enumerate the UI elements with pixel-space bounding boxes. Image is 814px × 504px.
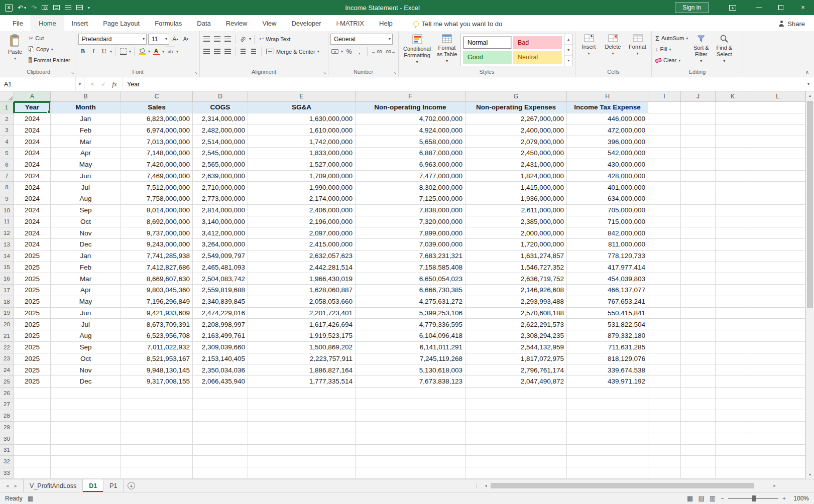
- cell-J21[interactable]: [681, 330, 716, 342]
- cell-C5[interactable]: 7,148,000,000: [121, 148, 193, 159]
- cell-J6[interactable]: [681, 159, 716, 171]
- cell-E31[interactable]: [248, 445, 356, 456]
- row-header-13[interactable]: 13: [0, 239, 14, 250]
- cell-B5[interactable]: Apr: [51, 148, 121, 159]
- cell-F12[interactable]: 7,899,000,000: [356, 227, 466, 239]
- cell-E16[interactable]: 1,966,430,019: [248, 273, 356, 285]
- cell-D7[interactable]: 2,639,000,000: [193, 171, 248, 182]
- cell-A9[interactable]: 2024: [14, 193, 51, 205]
- cell-G22[interactable]: 2,544,132,959: [466, 342, 567, 353]
- cell-K30[interactable]: [716, 433, 750, 445]
- cell-F21[interactable]: 6,104,096,418: [356, 330, 466, 342]
- cell-J7[interactable]: [681, 171, 716, 182]
- cell-J22[interactable]: [681, 342, 716, 353]
- cell-I12[interactable]: [648, 227, 681, 239]
- bottom-align-button[interactable]: [223, 34, 232, 44]
- cell-K28[interactable]: [716, 410, 750, 422]
- cell-G1[interactable]: Non-operating Expenses: [466, 102, 567, 113]
- cell-F17[interactable]: 6,666,730,385: [356, 285, 466, 296]
- cell-I9[interactable]: [648, 193, 681, 205]
- cell-H4[interactable]: 396,000,000: [567, 136, 648, 148]
- cell-B24[interactable]: Nov: [51, 364, 121, 376]
- cell-G16[interactable]: 2,636,719,752: [466, 273, 567, 285]
- cell-E27[interactable]: [248, 399, 356, 411]
- cell-I16[interactable]: [648, 273, 681, 285]
- cell-F27[interactable]: [356, 399, 466, 411]
- cell-F8[interactable]: 8,302,000,000: [356, 182, 466, 193]
- cell-B6[interactable]: May: [51, 159, 121, 171]
- cell-G9[interactable]: 1,936,000,000: [466, 193, 567, 205]
- cell-A4[interactable]: 2024: [14, 136, 51, 148]
- cell-E1[interactable]: SG&A: [248, 102, 356, 113]
- cell-G11[interactable]: 2,385,000,000: [466, 216, 567, 228]
- cell-K10[interactable]: [716, 205, 750, 216]
- cell-F2[interactable]: 4,702,000,000: [356, 113, 466, 125]
- cell-J25[interactable]: [681, 376, 716, 388]
- cell-H22[interactable]: 711,631,285: [567, 342, 648, 353]
- normal-view-icon[interactable]: ▦: [687, 494, 693, 502]
- increase-decimal-button[interactable]: ←.00: [371, 47, 383, 57]
- cell-F3[interactable]: 4,924,000,000: [356, 125, 466, 137]
- cell-E8[interactable]: 1,990,000,000: [248, 182, 356, 193]
- cell-L12[interactable]: [750, 227, 805, 239]
- cell-H3[interactable]: 472,000,000: [567, 125, 648, 137]
- cell-I30[interactable]: [648, 433, 681, 445]
- cell-H32[interactable]: [567, 456, 648, 467]
- cell-E21[interactable]: 1,919,523,175: [248, 330, 356, 342]
- cell-B18[interactable]: May: [51, 296, 121, 308]
- cell-C20[interactable]: 8,673,709,391: [121, 319, 193, 330]
- cell-L1[interactable]: [750, 102, 805, 113]
- cell-C33[interactable]: [121, 467, 193, 479]
- row-header-16[interactable]: 16: [0, 273, 14, 285]
- cell-L9[interactable]: [750, 193, 805, 205]
- cell-G27[interactable]: [466, 399, 567, 411]
- cell-J1[interactable]: [681, 102, 716, 113]
- cell-D23[interactable]: 2,153,140,405: [193, 353, 248, 365]
- ribbon-tab-help[interactable]: Help: [372, 16, 400, 31]
- cell-J3[interactable]: [681, 125, 716, 137]
- insert-function-icon[interactable]: fx: [109, 80, 120, 88]
- cell-I20[interactable]: [648, 319, 681, 330]
- vertical-scrollbar[interactable]: ▴ ▾: [805, 91, 814, 479]
- insert-cells-button[interactable]: Insert ▾: [578, 33, 600, 58]
- align-right-button[interactable]: [223, 47, 232, 57]
- cell-B4[interactable]: Mar: [51, 136, 121, 148]
- cell-L23[interactable]: [750, 353, 805, 365]
- minimize-button[interactable]: —: [748, 0, 770, 15]
- cell-E15[interactable]: 2,442,281,514: [248, 262, 356, 274]
- new-sheet-button[interactable]: +: [124, 479, 139, 492]
- fill-button[interactable]: ↓Fill▾: [654, 44, 689, 55]
- cell-B13[interactable]: Dec: [51, 239, 121, 250]
- cell-C29[interactable]: [121, 422, 193, 433]
- row-header-25[interactable]: 25: [0, 376, 14, 388]
- cell-J15[interactable]: [681, 262, 716, 274]
- cell-I3[interactable]: [648, 125, 681, 137]
- row-header-33[interactable]: 33: [0, 467, 14, 479]
- vertical-scroll-thumb[interactable]: [807, 101, 813, 308]
- cell-D2[interactable]: 2,314,000,000: [193, 113, 248, 125]
- cell-E14[interactable]: 2,632,057,623: [248, 250, 356, 262]
- cell-H10[interactable]: 705,000,000: [567, 205, 648, 216]
- cell-J26[interactable]: [681, 388, 716, 399]
- cell-F19[interactable]: 5,399,253,106: [356, 308, 466, 319]
- cell-A12[interactable]: 2024: [14, 227, 51, 239]
- cell-C6[interactable]: 7,420,000,000: [121, 159, 193, 171]
- cell-K14[interactable]: [716, 250, 750, 262]
- ribbon-tab-formulas[interactable]: Formulas: [147, 16, 189, 31]
- cell-K1[interactable]: [716, 102, 750, 113]
- cell-G26[interactable]: [466, 388, 567, 399]
- cell-C28[interactable]: [121, 410, 193, 422]
- cell-I14[interactable]: [648, 250, 681, 262]
- cell-E23[interactable]: 2,223,757,911: [248, 353, 356, 365]
- cell-L3[interactable]: [750, 125, 805, 137]
- cell-E13[interactable]: 2,415,000,000: [248, 239, 356, 250]
- cell-L11[interactable]: [750, 216, 805, 228]
- cell-D24[interactable]: 2,350,034,036: [193, 364, 248, 376]
- cell-J23[interactable]: [681, 353, 716, 365]
- scroll-right-icon[interactable]: ▸: [770, 483, 779, 488]
- cell-L31[interactable]: [750, 445, 805, 456]
- cell-C1[interactable]: Sales: [121, 102, 193, 113]
- cell-K15[interactable]: [716, 262, 750, 274]
- cell-A19[interactable]: 2025: [14, 308, 51, 319]
- cell-C21[interactable]: 6,523,956,708: [121, 330, 193, 342]
